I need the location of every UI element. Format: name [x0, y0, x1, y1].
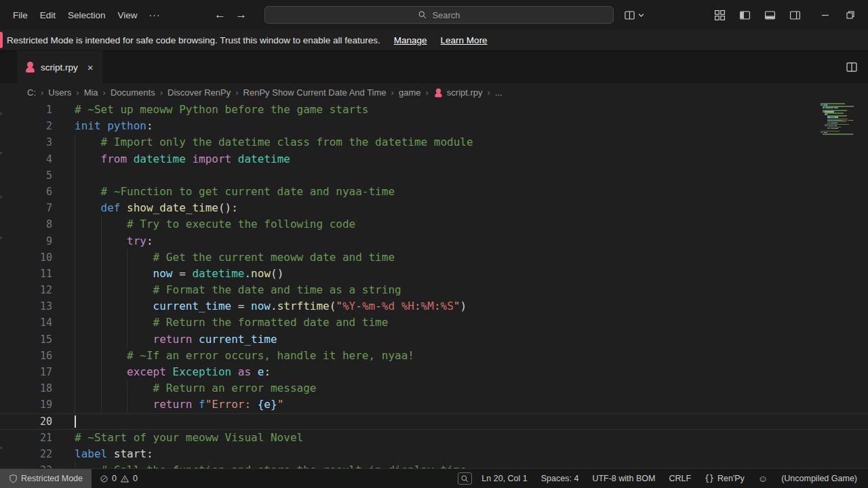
breadcrumb-item[interactable]: Discover RenPy	[167, 87, 231, 98]
menu-view[interactable]: View	[112, 7, 144, 23]
feedback-smiley-icon[interactable]: ☺	[754, 469, 772, 488]
eol-status[interactable]: CRLF	[665, 469, 695, 488]
chevron-down-icon	[638, 13, 644, 18]
code-line[interactable]: 23 # Call the function and store the res…	[0, 462, 868, 468]
code-line[interactable]: 2init python:	[0, 118, 868, 134]
menu-edit[interactable]: Edit	[34, 7, 62, 23]
code-line[interactable]: 7 def show_date_time():	[0, 200, 868, 216]
code-line[interactable]: 20	[0, 413, 868, 430]
code-text: return f"Error: {e}"	[75, 396, 868, 413]
code-line[interactable]: 14 # Return the formatted date and time	[0, 314, 868, 331]
forward-arrow-icon[interactable]: →	[235, 8, 247, 22]
line-number: 12	[0, 282, 52, 298]
editor[interactable]: 1# ~Set up meoww Python before the game …	[0, 102, 868, 468]
code-line[interactable]: 1# ~Set up meoww Python before the game …	[0, 102, 868, 118]
code-line[interactable]: 16 # ~If an error occurs, handle it here…	[0, 348, 868, 364]
breadcrumb-separator: ›	[425, 87, 428, 98]
code-text: # Call the function and store the result…	[75, 462, 868, 468]
banner-accent	[0, 32, 3, 48]
code-line[interactable]: 19 return f"Error: {e}"	[0, 396, 868, 413]
code-text: def show_date_time():	[75, 200, 868, 216]
toggle-panel-icon[interactable]	[763, 8, 776, 22]
breadcrumb-separator: ›	[103, 87, 106, 98]
code-text: # Return the formatted date and time	[75, 314, 868, 331]
breadcrumb-item[interactable]: script.rpy	[433, 87, 483, 98]
code-line[interactable]: 6 # ~Function to get current date and ny…	[0, 184, 868, 200]
search-icon	[418, 10, 427, 20]
line-number: 16	[0, 348, 52, 364]
code-line[interactable]: 10 # Get the current meoww date and time	[0, 249, 868, 266]
game-status[interactable]: (Uncompiled Game)	[777, 469, 861, 488]
code-line[interactable]: 8 # Try to execute the following code	[0, 216, 868, 232]
tab-script-rpy[interactable]: script.rpy ×	[17, 51, 102, 83]
tab-label: script.rpy	[41, 62, 78, 73]
code-text: # Try to execute the following code	[75, 216, 868, 232]
breadcrumb-separator: ›	[76, 87, 79, 98]
restore-window-icon[interactable]	[844, 8, 857, 22]
cursor-position-status[interactable]: Ln 20, Col 1	[477, 469, 531, 488]
more-menu[interactable]: ···	[144, 7, 166, 23]
close-tab-icon[interactable]: ×	[87, 62, 94, 73]
language-mode-status[interactable]: {} Ren'Py	[701, 469, 749, 488]
code-line[interactable]: 13 current_time = now.strftime("%Y-%m-%d…	[0, 298, 868, 314]
problems-status[interactable]: 0 0	[96, 469, 142, 488]
breadcrumb-item[interactable]: Documents	[111, 87, 155, 98]
split-editor-icon[interactable]	[845, 60, 859, 74]
code-text: except Exception as e:	[75, 364, 868, 380]
menu-selection[interactable]: Selection	[62, 7, 112, 23]
code-line[interactable]: 4 from datetime import datetime	[0, 151, 868, 167]
shield-icon	[9, 474, 18, 483]
code-text: # Return an error message	[75, 380, 868, 396]
breadcrumb-item[interactable]: game	[399, 87, 421, 98]
breadcrumb-item[interactable]: RenPy Show Current Date And Time	[243, 87, 387, 98]
code-text: # ~Function to get current date and nyaa…	[75, 184, 868, 200]
breadcrumb-separator: ›	[391, 87, 394, 98]
code-text	[75, 413, 868, 430]
learn-more-link[interactable]: Learn More	[441, 35, 488, 45]
customize-layout-icon[interactable]	[713, 8, 726, 22]
breadcrumb: C:›Users›Mia›Documents›Discover RenPy›Re…	[0, 83, 868, 102]
text-cursor	[75, 415, 76, 428]
code-line[interactable]: 11 now = datetime.now()	[0, 266, 868, 282]
code-line[interactable]: 9 try:	[0, 233, 868, 249]
code-text: # Import only the datetime class from th…	[75, 134, 868, 150]
code-line[interactable]: 18 # Return an error message	[0, 380, 868, 396]
code-line[interactable]: 17 except Exception as e:	[0, 364, 868, 380]
back-arrow-icon[interactable]: ←	[214, 8, 226, 22]
line-number: 11	[0, 266, 52, 282]
code-line[interactable]: 15 return current_time	[0, 331, 868, 348]
code-line[interactable]: 5	[0, 167, 868, 184]
language-mode-label: Ren'Py	[717, 474, 745, 483]
line-number: 14	[0, 314, 52, 331]
code-text: # Get the current meoww date and time	[75, 249, 868, 266]
indentation-status[interactable]: Spaces: 4	[537, 469, 583, 488]
zoom-magnifier-icon	[460, 474, 469, 483]
breadcrumb-item[interactable]: ...	[495, 87, 502, 98]
code-text: # ~If an error occurs, handle it here, n…	[75, 348, 868, 364]
code-text: current_time = now.strftime("%Y-%m-%d %H…	[75, 298, 868, 314]
breadcrumb-item[interactable]: Mia	[84, 87, 98, 98]
line-number: 22	[0, 446, 52, 462]
toggle-sidebar-icon[interactable]	[738, 8, 751, 22]
minimize-window-icon[interactable]	[818, 8, 832, 22]
line-number: 18	[0, 380, 52, 396]
manage-link[interactable]: Manage	[394, 35, 427, 45]
zoom-indicator-button[interactable]	[458, 472, 472, 485]
command-center-search[interactable]: Search	[264, 6, 614, 24]
code-line[interactable]: 12 # Format the date and time as a strin…	[0, 282, 868, 298]
breadcrumb-item[interactable]: Users	[48, 87, 71, 98]
encoding-status[interactable]: UTF-8 with BOM	[588, 469, 659, 488]
minimap[interactable]	[821, 103, 864, 135]
code-line[interactable]: 21# ~Start of your meoww Visual Novel	[0, 430, 868, 446]
code-line[interactable]: 3 # Import only the datetime class from …	[0, 134, 868, 150]
toggle-secondary-sidebar-icon[interactable]	[788, 8, 802, 22]
error-count: 0	[112, 474, 117, 483]
menu-file[interactable]: File	[7, 7, 34, 23]
error-count-icon	[100, 474, 108, 483]
warning-count-icon	[120, 474, 130, 483]
titlebar-action[interactable]	[624, 0, 644, 30]
line-number: 17	[0, 364, 52, 380]
restricted-mode-status[interactable]: Restricted Mode	[0, 469, 92, 488]
breadcrumb-item[interactable]: C:	[27, 87, 36, 98]
code-line[interactable]: 22label start:	[0, 446, 868, 462]
